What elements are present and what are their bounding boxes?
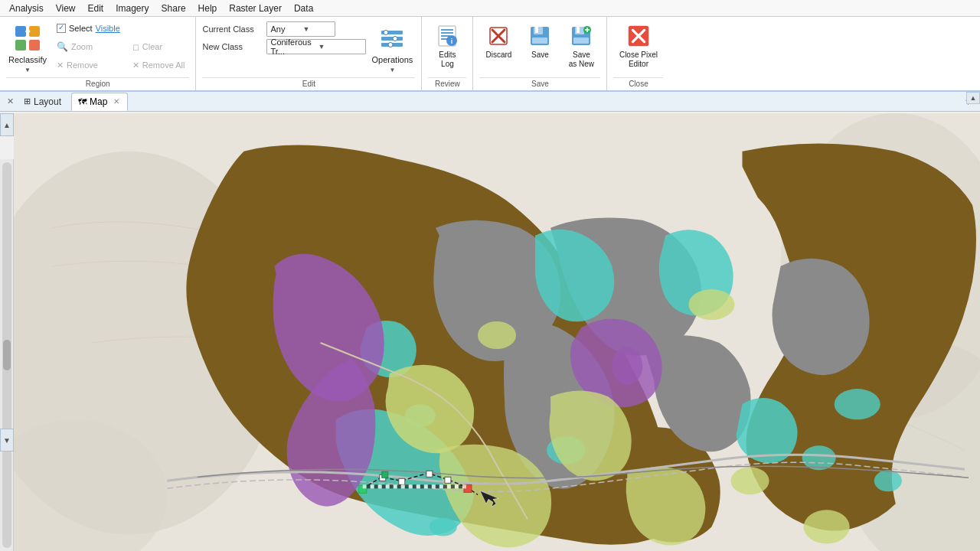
svg-point-41 — [478, 321, 516, 349]
save-as-new-icon — [568, 23, 594, 49]
svg-point-43 — [730, 467, 769, 494]
zoom-button[interactable]: 🔍 Zoom — [52, 38, 125, 55]
svg-rect-0 — [15, 26, 26, 37]
operations-chevron: ▼ — [389, 67, 395, 73]
svg-point-44 — [804, 510, 850, 543]
svg-rect-54 — [374, 484, 378, 488]
menu-data[interactable]: Data — [288, 2, 319, 15]
layout-tab[interactable]: ⊞ Layout — [17, 93, 70, 111]
save-group-label: Save — [479, 77, 600, 90]
panel-close-button[interactable]: ✕ — [3, 95, 17, 109]
svg-point-39 — [874, 470, 902, 491]
svg-rect-78 — [382, 471, 388, 478]
svg-rect-72 — [443, 484, 447, 488]
save-button[interactable]: Save — [521, 20, 559, 61]
close-group: Close PixelEditor Close — [607, 17, 669, 90]
left-navigation: ▲ ▼ — [0, 113, 14, 453]
svg-rect-11 — [441, 29, 453, 31]
map-area[interactable] — [14, 113, 980, 551]
region-controls-2: ◻ Clear ✕ Remove All — [128, 20, 190, 73]
edit-group-label: Edit — [202, 77, 415, 90]
svg-point-7 — [384, 31, 388, 35]
save-as-new-button[interactable]: Saveas New — [562, 20, 600, 70]
operations-button[interactable]: Operations ▼ — [369, 20, 415, 77]
ribbon: Reclassify ▼ ✓ Select Visible 🔍 Zoom ✕ — [0, 17, 980, 92]
svg-point-8 — [393, 37, 397, 41]
map-tab-close[interactable]: ✕ — [113, 97, 119, 106]
svg-rect-61 — [401, 484, 405, 488]
new-class-dropdown[interactable]: Coniferous Tr... ▼ — [266, 39, 366, 54]
svg-rect-12 — [441, 32, 453, 34]
svg-rect-75 — [455, 484, 459, 488]
menu-bar: Analysis View Edit Imagery Share Help Ra… — [0, 0, 980, 17]
close-pixel-editor-label: Close PixelEditor — [619, 51, 658, 69]
discard-icon — [485, 23, 511, 49]
select-checkbox-icon: ✓ — [57, 24, 66, 33]
reclassify-chevron: ▼ — [24, 67, 31, 73]
current-class-value: Any — [270, 24, 299, 34]
edits-log-button[interactable]: i Edits Log — [428, 20, 466, 70]
layout-tab-icon: ⊞ — [24, 96, 31, 106]
svg-rect-21 — [532, 37, 547, 44]
remove-button[interactable]: ✕ Remove — [52, 57, 125, 73]
svg-point-40 — [612, 347, 642, 385]
close-pixel-editor-icon — [626, 23, 652, 49]
layout-tab-label: Layout — [34, 96, 61, 107]
menu-share[interactable]: Share — [155, 2, 192, 15]
svg-rect-63 — [409, 484, 413, 488]
region-controls: ✓ Select Visible 🔍 Zoom ✕ Remove — [52, 20, 125, 73]
menu-raster-layer[interactable]: Raster Layer — [223, 2, 288, 15]
current-class-dropdown[interactable]: Any ▼ — [266, 21, 335, 37]
menu-edit[interactable]: Edit — [81, 2, 109, 15]
select-visible-button[interactable]: ✓ Select Visible — [52, 20, 125, 37]
visible-label: Visible — [96, 24, 120, 33]
menu-help[interactable]: Help — [192, 2, 224, 15]
nav-up-arrow[interactable]: ▲ — [0, 113, 14, 136]
svg-rect-70 — [436, 484, 439, 488]
review-group-label: Review — [428, 77, 466, 90]
svg-rect-69 — [432, 484, 436, 488]
remove-all-button[interactable]: ✕ Remove All — [128, 57, 190, 73]
save-label: Save — [531, 51, 549, 60]
close-group-label: Close — [613, 77, 663, 90]
reclassify-label: Reclassify — [8, 55, 47, 65]
svg-rect-57 — [386, 484, 390, 488]
svg-rect-2 — [15, 40, 26, 51]
save-icon — [527, 23, 553, 49]
svg-rect-25 — [573, 37, 589, 44]
svg-rect-73 — [447, 484, 451, 488]
new-class-row: New Class Coniferous Tr... ▼ — [202, 39, 366, 54]
svg-rect-49 — [445, 477, 451, 483]
ribbon-collapse-button[interactable]: ▲ — [966, 92, 980, 104]
new-class-label: New Class — [202, 42, 263, 51]
map-tab[interactable]: 🗺 Map ✕ — [71, 93, 128, 111]
close-pixel-editor-button[interactable]: Close PixelEditor — [613, 20, 663, 70]
svg-rect-67 — [424, 484, 428, 488]
edits-log-icon: i — [434, 23, 460, 49]
edits-log-label: Edits Log — [439, 51, 456, 69]
svg-rect-51 — [363, 484, 367, 488]
class-dropdowns: Current Class Any ▼ New Class Coniferous… — [202, 20, 366, 54]
discard-button[interactable]: Discard — [479, 20, 518, 61]
operations-icon — [377, 23, 407, 54]
menu-view[interactable]: View — [50, 2, 82, 15]
remove-label: Remove — [67, 60, 98, 70]
clear-icon: ◻ — [132, 42, 139, 52]
region-group: Reclassify ▼ ✓ Select Visible 🔍 Zoom ✕ — [0, 17, 196, 90]
menu-analysis[interactable]: Analysis — [3, 2, 50, 15]
svg-point-9 — [388, 43, 393, 47]
svg-rect-68 — [428, 484, 432, 488]
remove-all-label: Remove All — [142, 60, 185, 70]
svg-rect-24 — [577, 27, 580, 33]
menu-imagery[interactable]: Imagery — [109, 2, 155, 15]
svg-rect-65 — [416, 484, 420, 488]
map-tab-icon: 🗺 — [78, 97, 87, 106]
map-canvas — [14, 113, 980, 551]
svg-rect-52 — [367, 484, 371, 488]
remove-all-icon: ✕ — [132, 60, 139, 70]
svg-rect-71 — [439, 484, 443, 488]
clear-button[interactable]: ◻ Clear — [128, 38, 190, 55]
reclassify-button[interactable]: Reclassify ▼ — [6, 20, 49, 77]
nav-down-arrow[interactable]: ▼ — [0, 429, 14, 452]
svg-rect-64 — [413, 484, 416, 488]
